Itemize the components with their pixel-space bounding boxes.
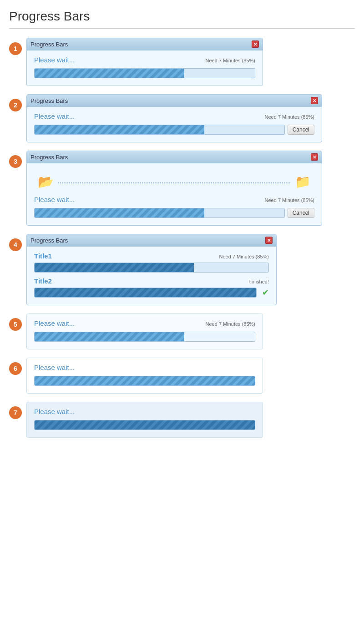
bar-status-4a: Need 7 Minutes (85%) <box>219 254 269 259</box>
progress-row-7 <box>34 420 255 430</box>
finished-check-icon: ✔ <box>262 288 269 298</box>
section-1: 1 Progress Bars ✕ Please wait... Need 7 … <box>9 38 355 86</box>
close-button-1[interactable]: ✕ <box>252 40 259 48</box>
progress-row-2: Cancel <box>34 125 314 135</box>
badge-7: 7 <box>9 406 22 419</box>
dialog-body-3: 📂 📁 Please wait... Need 7 Minutes (85%) … <box>27 163 322 225</box>
dialog-3: Progress Bars ✕ 📂 📁 Please wait... Need … <box>26 151 322 226</box>
progress-track-5 <box>34 332 255 342</box>
progress-row-5 <box>34 332 255 342</box>
section-4: 4 Progress Bars ✕ Title1 Need 7 Minutes … <box>9 234 355 305</box>
dialog-body-4: Title1 Need 7 Minutes (85%) Title2 Finis… <box>27 247 276 305</box>
progress-row-1 <box>34 68 255 78</box>
bar-title-4b: Title2 <box>34 277 52 285</box>
bar-status-4b: Finished! <box>248 279 269 284</box>
progress-row-4a <box>34 263 269 273</box>
status-line-4a: Title1 Need 7 Minutes (85%) <box>34 252 269 260</box>
close-button-2[interactable]: ✕ <box>311 97 318 104</box>
progress-fill-1 <box>35 69 184 78</box>
progress-track-6 <box>34 376 255 386</box>
page-title: Progress Bars <box>9 9 355 29</box>
progress-track-4b <box>34 288 257 298</box>
progress-track-7 <box>34 420 255 430</box>
progress-track-1 <box>34 68 255 78</box>
status-line-6: Please wait... <box>34 364 255 373</box>
close-button-4[interactable]: ✕ <box>265 237 273 244</box>
status-line-5: Please wait... Need 7 Minutes (85%) <box>34 319 255 329</box>
dialog-title-4: Progress Bars <box>30 237 68 244</box>
section-5: 5 Please wait... Need 7 Minutes (85%) <box>9 314 355 349</box>
progress-fill-4a <box>35 263 194 272</box>
card-7: Please wait... <box>26 402 263 438</box>
card-5: Please wait... Need 7 Minutes (85%) <box>26 314 263 349</box>
wait-text-2: Please wait... <box>34 112 75 120</box>
section-6: 6 Please wait... <box>9 358 355 394</box>
badge-6: 6 <box>9 362 22 375</box>
dialog-title-1: Progress Bars <box>30 41 68 48</box>
status-line-4b: Title2 Finished! <box>34 277 269 285</box>
progress-row-3: Cancel <box>34 208 314 218</box>
card-6: Please wait... <box>26 358 263 394</box>
dialog-header-3: Progress Bars ✕ <box>27 151 322 163</box>
status-text-3: Need 7 Minutes (85%) <box>265 197 314 203</box>
badge-4: 4 <box>9 238 22 251</box>
progress-fill-7 <box>35 420 255 430</box>
section-2: 2 Progress Bars ✕ Please wait... Need 7 … <box>9 94 355 142</box>
badge-5: 5 <box>9 318 22 331</box>
progress-track-4a <box>34 263 269 273</box>
status-line-7: Please wait... <box>34 408 255 417</box>
dialog-1: Progress Bars ✕ Please wait... Need 7 Mi… <box>26 38 263 86</box>
wait-text-7: Please wait... <box>34 408 75 415</box>
dialog-title-2: Progress Bars <box>30 97 68 104</box>
dialog-title-3: Progress Bars <box>30 154 68 161</box>
dialog-header-4: Progress Bars ✕ <box>27 234 276 247</box>
progress-fill-3 <box>35 208 204 217</box>
progress-fill-6 <box>35 376 255 385</box>
dialog-header-1: Progress Bars ✕ <box>27 38 263 51</box>
badge-3: 3 <box>9 155 22 168</box>
dialog-body-2: Please wait... Need 7 Minutes (85%) Canc… <box>27 107 322 142</box>
dialog-header-2: Progress Bars ✕ <box>27 95 322 107</box>
section-7: 7 Please wait... <box>9 402 355 438</box>
file-copy-row: 📂 📁 <box>34 172 314 191</box>
dialog-body-1: Please wait... Need 7 Minutes (85%) <box>27 51 263 86</box>
folder-right-icon: 📁 <box>295 174 311 189</box>
badge-2: 2 <box>9 99 22 111</box>
wait-text-6: Please wait... <box>34 364 75 371</box>
wait-text-3: Please wait... <box>34 196 75 203</box>
cancel-button-2[interactable]: Cancel <box>288 125 314 135</box>
progress-track-3 <box>34 208 285 218</box>
wait-text-1: Please wait... <box>34 56 75 64</box>
status-text-1: Need 7 Minutes (85%) <box>206 58 255 63</box>
dialog-4: Progress Bars ✕ Title1 Need 7 Minutes (8… <box>26 234 277 305</box>
progress-fill-4b <box>35 288 256 297</box>
status-text-2: Need 7 Minutes (85%) <box>265 114 314 120</box>
progress-fill-2 <box>35 125 204 134</box>
dots-line <box>58 182 290 183</box>
section-3: 3 Progress Bars ✕ 📂 📁 Please wait... Nee… <box>9 151 355 226</box>
status-line-2: Please wait... Need 7 Minutes (85%) <box>34 112 314 122</box>
bar-title-4a: Title1 <box>34 252 52 260</box>
wait-text-5: Please wait... <box>34 319 75 327</box>
cancel-button-3[interactable]: Cancel <box>288 208 314 218</box>
close-button-3[interactable]: ✕ <box>311 153 318 161</box>
status-text-5: Need 7 Minutes (85%) <box>206 321 255 327</box>
folder-left-icon: 📂 <box>38 174 54 189</box>
progress-row-6 <box>34 376 255 386</box>
progress-row-4b: ✔ <box>34 288 269 298</box>
status-line-1: Please wait... Need 7 Minutes (85%) <box>34 56 255 66</box>
status-line-3: Please wait... Need 7 Minutes (85%) <box>34 196 314 205</box>
progress-track-2 <box>34 125 285 135</box>
progress-fill-5 <box>35 332 184 341</box>
badge-1: 1 <box>9 42 22 55</box>
dialog-2: Progress Bars ✕ Please wait... Need 7 Mi… <box>26 94 322 142</box>
